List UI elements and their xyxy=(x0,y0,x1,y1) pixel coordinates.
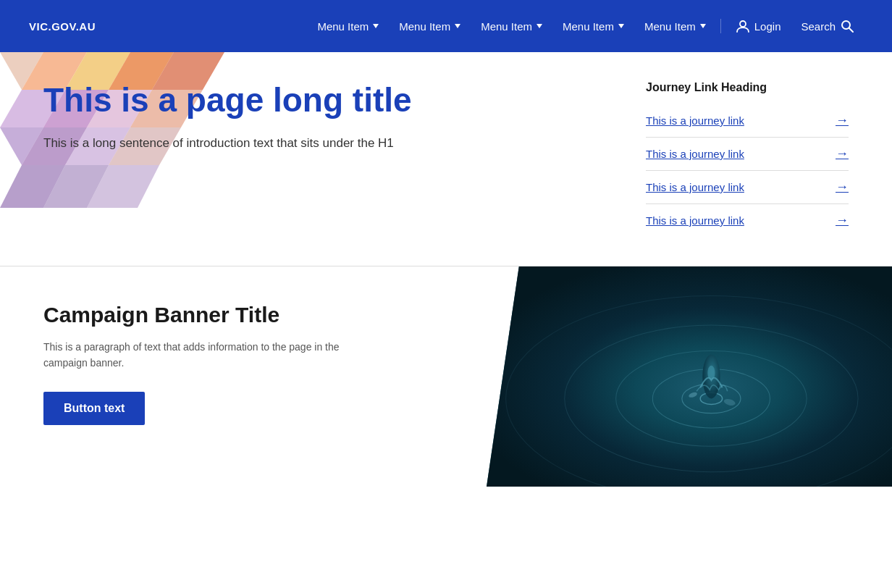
hero-intro-text: This is a long sentence of introduction … xyxy=(43,134,405,153)
water-drop-image xyxy=(487,266,892,487)
arrow-right-icon: → xyxy=(836,146,849,161)
journey-link-4[interactable]: This is a journey link → xyxy=(646,204,849,237)
chevron-down-icon xyxy=(373,24,379,28)
chevron-down-icon xyxy=(618,24,624,28)
nav-menu: Menu Item Menu Item Menu Item Menu Item … xyxy=(308,13,863,39)
login-button[interactable]: Login xyxy=(727,13,790,39)
journey-links-panel: Journey Link Heading This is a journey l… xyxy=(646,74,849,237)
svg-point-0 xyxy=(740,21,746,27)
user-icon xyxy=(736,19,750,33)
hero-section: This is a page long title This is a long… xyxy=(0,52,892,266)
journey-link-2[interactable]: This is a journey link → xyxy=(646,138,849,171)
nav-menu-item-5[interactable]: Menu Item xyxy=(636,14,715,38)
chevron-down-icon xyxy=(537,24,542,28)
journey-link-3[interactable]: This is a journey link → xyxy=(646,171,849,204)
page-title: This is a page long title xyxy=(43,81,463,119)
chevron-down-icon xyxy=(455,24,460,28)
svg-line-2 xyxy=(849,28,853,32)
hero-content: This is a page long title This is a long… xyxy=(0,52,892,266)
search-button[interactable]: Search xyxy=(792,13,863,39)
arrow-right-icon: → xyxy=(836,113,849,128)
nav-menu-item-3[interactable]: Menu Item xyxy=(472,14,551,38)
arrow-right-icon: → xyxy=(836,180,849,195)
nav-menu-item-4[interactable]: Menu Item xyxy=(554,14,633,38)
campaign-content: Campaign Banner Title This is a paragrap… xyxy=(0,266,487,487)
site-logo[interactable]: VIC.GOV.AU xyxy=(29,20,96,33)
chevron-down-icon xyxy=(700,24,706,28)
water-ripple-svg xyxy=(487,266,892,487)
nav-menu-item-1[interactable]: Menu Item xyxy=(308,14,387,38)
campaign-text: This is a paragraph of text that adds in… xyxy=(43,339,362,371)
search-icon xyxy=(840,19,854,33)
journey-link-1[interactable]: This is a journey link → xyxy=(646,104,849,138)
hero-left: This is a page long title This is a long… xyxy=(43,74,602,152)
campaign-title: Campaign Banner Title xyxy=(43,303,443,327)
nav-menu-item-2[interactable]: Menu Item xyxy=(390,14,469,38)
svg-rect-19 xyxy=(487,266,892,487)
journey-link-heading: Journey Link Heading xyxy=(646,81,849,94)
nav-divider xyxy=(720,19,721,33)
campaign-image xyxy=(487,266,892,487)
navbar: VIC.GOV.AU Menu Item Menu Item Menu Item… xyxy=(0,0,892,52)
campaign-button[interactable]: Button text xyxy=(43,392,145,425)
campaign-section: Campaign Banner Title This is a paragrap… xyxy=(0,266,892,487)
arrow-right-icon: → xyxy=(836,213,849,228)
